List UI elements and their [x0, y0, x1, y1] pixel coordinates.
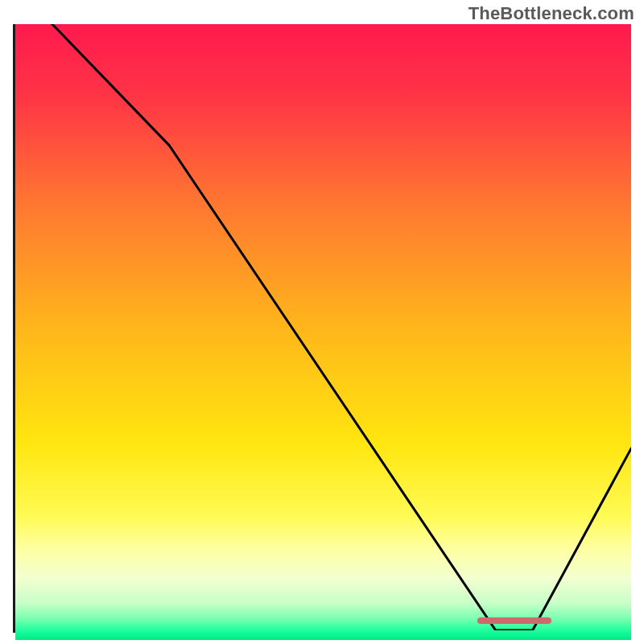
optimal-range-marker — [477, 617, 551, 624]
heatmap-background — [15, 24, 631, 640]
watermark-text: TheBottleneck.com — [469, 3, 634, 24]
chart-plot-area — [13, 24, 631, 633]
svg-rect-0 — [15, 24, 631, 640]
